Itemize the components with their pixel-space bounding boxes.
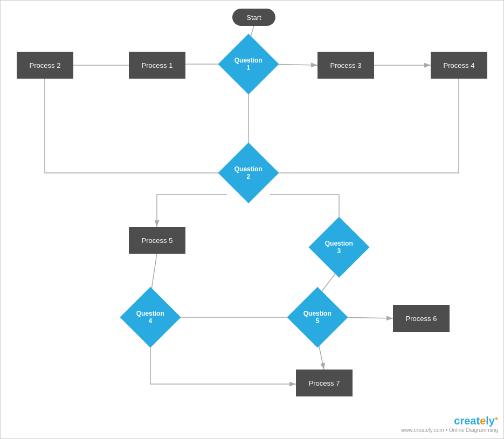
process1-node: Process 1 bbox=[129, 52, 185, 79]
process6-node: Process 6 bbox=[393, 305, 450, 332]
question3-node: Question3 bbox=[308, 217, 369, 277]
start-node: Start bbox=[232, 9, 275, 26]
question5-node: Question5 bbox=[287, 287, 348, 347]
creately-tagline: www.creately.com • Online Diagramming bbox=[401, 427, 498, 433]
question1-node: Question1 bbox=[218, 33, 279, 94]
creately-dot: e bbox=[480, 415, 486, 427]
process2-node: Process 2 bbox=[17, 52, 73, 79]
process4-node: Process 4 bbox=[431, 52, 487, 79]
creately-footer: creately● www.creately.com • Online Diag… bbox=[401, 415, 498, 433]
creately-logo: creately● bbox=[401, 415, 498, 427]
question4-node: Question4 bbox=[120, 287, 181, 347]
diagram-container: Start Question1 Process 1 Process 2 Proc… bbox=[0, 0, 504, 439]
process3-node: Process 3 bbox=[317, 52, 374, 79]
process5-node: Process 5 bbox=[129, 227, 185, 254]
question2-node: Question2 bbox=[218, 142, 279, 203]
process7-node: Process 7 bbox=[296, 370, 353, 396]
